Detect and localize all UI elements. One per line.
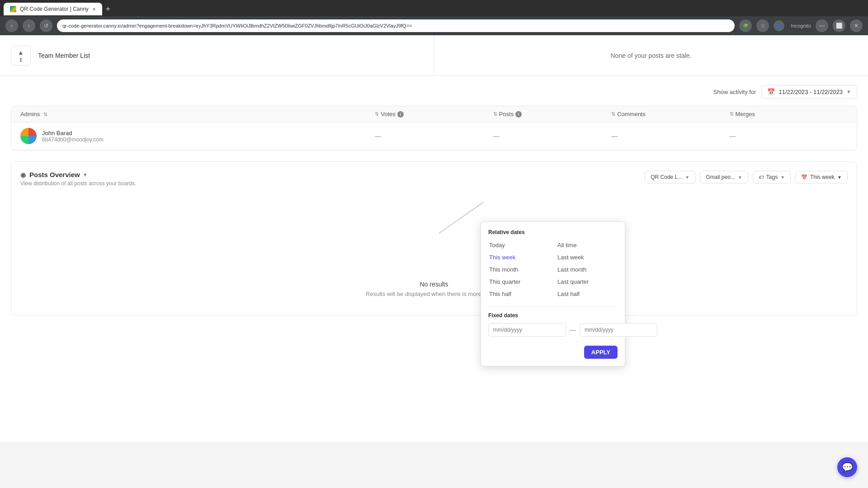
profile-button[interactable]: 👤 [774, 20, 784, 31]
posts-filters: QR Code L... ▼ Gmail peo... ▼ 🏷 Tags ▼ 📅… [645, 171, 848, 183]
table-row: John Barad 6b474db0@moodjoy.com — — — — [11, 122, 857, 150]
merges-sort-icon[interactable]: ⇅ [730, 111, 734, 117]
maximize-button[interactable]: ⬜ [833, 19, 845, 32]
date-separator: — [570, 326, 576, 333]
posts-overview-section: ◉ Posts Overview ▾ View distribution of … [11, 161, 857, 316]
back-button[interactable]: ‹ [5, 19, 18, 32]
tags-icon: 🏷 [759, 174, 764, 180]
tab-close-button[interactable]: ✕ [92, 7, 96, 12]
diagonal-line [439, 202, 483, 234]
extensions-button[interactable]: 🧩 [739, 19, 752, 32]
dropdown-divider [488, 306, 618, 307]
relative-dates-title: Relative dates [488, 229, 618, 235]
dropdown-chevron-icon: ▼ [846, 89, 851, 94]
posts-overview-subtitle: View distribution of all posts across yo… [20, 180, 137, 187]
date-option-thismonth[interactable]: This month [488, 264, 549, 275]
chart-area [20, 190, 848, 272]
vote-count: 1 [19, 57, 22, 62]
col-merges-header: ⇅ Merges [730, 111, 848, 117]
date-option-lasthalf[interactable]: Last half [557, 289, 618, 299]
date-dropdown-panel: Relative dates Today All time This week … [481, 221, 625, 366]
url-text: qr-code-generator.canny.io/admin?engagem… [62, 23, 412, 28]
no-results-subtitle: Results will be displayed when there is … [29, 291, 839, 297]
admin-info: John Barad 6b474db0@moodjoy.com [42, 130, 104, 143]
posts-overview-title: ◉ Posts Overview ▾ [20, 171, 137, 178]
admin-email: 6b474db0@moodjoy.com [42, 136, 104, 143]
stale-section: ▲ 1 Team Member List None of your posts … [0, 35, 868, 76]
tags-chevron-icon: ▼ [780, 175, 785, 180]
admins-table: Admins ⇅ ⇅ Votes i ⇅ Posts i ⇅ Comments … [11, 106, 857, 150]
date-option-lastweek[interactable]: Last week [557, 252, 618, 263]
votes-cell: — [375, 132, 493, 140]
date-chevron-icon: ▼ [837, 175, 842, 180]
posts-overview-header: ◉ Posts Overview ▾ View distribution of … [20, 171, 848, 187]
show-activity-label: Show activity for [713, 89, 756, 95]
board-filter-label: QR Code L... [651, 174, 682, 180]
new-tab-button[interactable]: + [102, 5, 114, 14]
close-button[interactable]: ✕ [850, 19, 863, 32]
activity-section: Show activity for 📅 11/22/2023 - 11/22/2… [0, 76, 868, 106]
calendar-icon: 📅 [767, 88, 775, 95]
no-results-area: No results Results will be displayed whe… [20, 272, 848, 306]
posts-cell: — [493, 132, 611, 140]
active-tab[interactable]: QR Code Generator | Canny ✕ [4, 3, 102, 15]
vote-arrow-icon: ▲ [18, 49, 24, 56]
posts-info-icon[interactable]: i [515, 111, 522, 117]
col-posts-header: ⇅ Posts i [493, 111, 611, 117]
date-range-value: 11/22/2023 - 11/22/2023 [778, 89, 843, 95]
table-header: Admins ⇅ ⇅ Votes i ⇅ Posts i ⇅ Comments … [11, 106, 857, 122]
page-content: ▲ 1 Team Member List None of your posts … [0, 35, 868, 442]
tab-favicon [10, 6, 16, 12]
browser-toolbar: ‹ › ↺ qr-code-generator.canny.io/admin?e… [0, 16, 868, 35]
date-option-alltime[interactable]: All time [557, 240, 618, 250]
col-admin-header: Admins ⇅ [20, 111, 375, 117]
admin-cell: John Barad 6b474db0@moodjoy.com [20, 128, 375, 144]
admin-name: John Barad [42, 130, 104, 136]
board-filter-button[interactable]: QR Code L... ▼ [645, 171, 695, 183]
merges-cell: — [730, 132, 848, 140]
post-title: Team Member List [38, 52, 90, 59]
posts-overview-title-area: ◉ Posts Overview ▾ View distribution of … [20, 171, 137, 187]
tab-title: QR Code Generator | Canny [20, 6, 89, 12]
address-bar[interactable]: qr-code-generator.canny.io/admin?engagem… [57, 19, 735, 32]
relative-dates-grid: Today All time This week Last week This … [488, 240, 618, 299]
end-date-input[interactable] [580, 323, 657, 337]
fixed-dates-title: Fixed dates [488, 312, 618, 319]
title-chevron-icon[interactable]: ▾ [84, 172, 86, 178]
votes-sort-icon[interactable]: ⇅ [375, 111, 379, 117]
browser-tab-bar: QR Code Generator | Canny ✕ + [0, 0, 868, 16]
avatar [20, 128, 37, 144]
comments-sort-icon[interactable]: ⇅ [611, 111, 615, 117]
col-comments-header: ⇅ Comments [611, 111, 729, 117]
date-filter-label: This week [810, 174, 835, 180]
date-option-thisweek[interactable]: This week [488, 252, 549, 263]
forward-button[interactable]: › [23, 19, 35, 32]
minimize-button[interactable]: — [816, 19, 828, 32]
date-range-picker[interactable]: 📅 11/22/2023 - 11/22/2023 ▼ [761, 85, 857, 99]
apply-button[interactable]: APPLY [584, 346, 618, 359]
incognito-label: Incognito [791, 23, 811, 28]
votes-info-icon[interactable]: i [397, 111, 404, 117]
date-filter-button[interactable]: 📅 This week ▼ [795, 171, 848, 183]
date-option-thisquarter[interactable]: This quarter [488, 277, 549, 287]
tags-filter-label: Tags [766, 174, 778, 180]
comments-cell: — [611, 132, 729, 140]
date-option-today[interactable]: Today [488, 240, 549, 250]
stale-message: None of your posts are stale. [434, 35, 868, 75]
start-date-input[interactable] [488, 323, 566, 337]
date-option-thishalf[interactable]: This half [488, 289, 549, 299]
bookmark-button[interactable]: ☆ [756, 19, 769, 32]
segment-filter-label: Gmail peo... [706, 174, 735, 180]
vote-badge: ▲ 1 [11, 46, 31, 66]
date-option-lastquarter[interactable]: Last quarter [557, 277, 618, 287]
post-item[interactable]: ▲ 1 Team Member List [0, 35, 434, 75]
chart-icon: ◉ [20, 171, 26, 178]
tags-filter-button[interactable]: 🏷 Tags ▼ [753, 171, 791, 183]
reload-button[interactable]: ↺ [40, 19, 52, 32]
sort-icon[interactable]: ⇅ [43, 112, 47, 117]
date-option-lastmonth[interactable]: Last month [557, 264, 618, 275]
col-votes-header: ⇅ Votes i [375, 111, 493, 117]
segment-chevron-icon: ▼ [738, 175, 742, 180]
segment-filter-button[interactable]: Gmail peo... ▼ [700, 171, 748, 183]
posts-sort-icon[interactable]: ⇅ [493, 111, 497, 117]
